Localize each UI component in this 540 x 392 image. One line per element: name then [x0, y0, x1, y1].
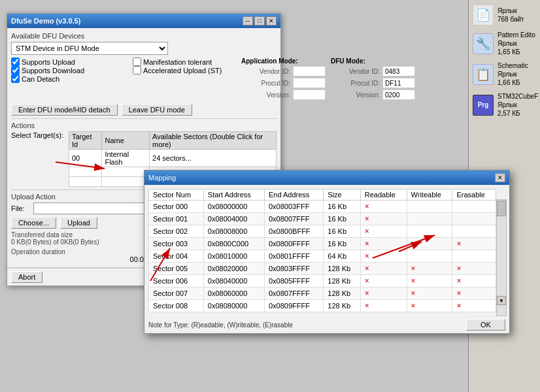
dfu-version-row: Version: 0200: [331, 90, 415, 100]
mapping-table: Sector Num Start Address End Address Siz…: [148, 189, 496, 312]
sidebar-icon-3: 📋: [473, 64, 494, 85]
minimize-button[interactable]: ─: [243, 16, 253, 25]
cell-sector-num: Sector 001: [149, 213, 204, 225]
cell-end-addr: 0x0807FFFF: [264, 287, 323, 300]
mapping-row: Sector 002 0x08008000 0x0800BFFF 16 Kb ×: [149, 225, 496, 238]
checkbox-accelerated[interactable]: Accelerated Upload (ST): [133, 66, 237, 74]
checkbox-accelerated-input[interactable]: [133, 66, 141, 74]
mapping-close-button[interactable]: ✕: [495, 173, 505, 182]
cell-erasable: [452, 250, 496, 263]
cell-erasable: ×: [452, 275, 496, 287]
cell-start-addr: 0x08010000: [203, 250, 264, 263]
cell-start-addr: 0x08000000: [203, 201, 264, 213]
cell-start-addr: 0x08080000: [203, 300, 264, 312]
maximize-button[interactable]: □: [254, 16, 265, 25]
checkbox-can-detach[interactable]: Can Detach: [11, 74, 129, 83]
col-end-addr: End Address: [264, 189, 323, 201]
mapping-row: Sector 008 0x08080000 0x0809FFFF 128 Kb …: [149, 300, 496, 312]
sidebar-icon-1: 📄: [473, 5, 494, 25]
cell-erasable: ×: [452, 300, 496, 312]
cell-start-addr: 0x08060000: [203, 287, 264, 300]
app-mode-info: Application Mode: Vendor ID: Procut ID: …: [241, 57, 326, 101]
col-readable: Readable: [360, 189, 407, 201]
cell-readable: ×: [360, 201, 407, 213]
cell-erasable: ×: [452, 287, 496, 300]
cell-size: 16 Kb: [324, 213, 360, 225]
col-size: Size: [324, 189, 360, 201]
cell-writeable: ×: [407, 238, 452, 250]
close-button[interactable]: ✕: [266, 16, 277, 25]
mapping-scrollbar[interactable]: ▼: [496, 199, 507, 316]
mapping-ok-button[interactable]: OK: [466, 319, 505, 331]
leave-dfu-button[interactable]: Leave DFU mode: [122, 104, 192, 116]
select-targets-label: Select Target(s):: [11, 131, 63, 139]
device-select-row: STM Device in DFU Mode: [11, 42, 277, 55]
dfu-vendor-val: 0483: [382, 66, 415, 76]
cell-start-addr: 0x08004000: [203, 213, 264, 225]
dfu-version-key: Version:: [331, 91, 380, 99]
cell-writeable: [407, 250, 452, 263]
cell-readable: ×: [360, 238, 407, 250]
cell-end-addr: 0x08007FFF: [264, 213, 323, 225]
sidebar-label-1: Ярлык768 байт: [498, 7, 524, 24]
scrollbar-thumb[interactable]: [497, 201, 506, 216]
checkbox-supports-upload[interactable]: Supports Upload: [11, 57, 129, 66]
dfu-vendor-row: Vendor ID: 0483: [331, 66, 415, 76]
cell-start-addr: 0x0800C000: [203, 238, 264, 250]
col-writeable: Writeable: [407, 189, 452, 201]
device-dropdown[interactable]: STM Device in DFU Mode: [11, 42, 168, 55]
col-sectors: Available Sectors (Double Click for more…: [150, 132, 277, 150]
checkbox-manifestation[interactable]: Manifestation tolerant: [133, 57, 237, 66]
cell-end-addr: 0x08003FFF: [264, 201, 323, 213]
scrollbar-down[interactable]: ▼: [497, 296, 506, 305]
cell-writeable: [407, 213, 452, 225]
mapping-row: Sector 005 0x08020000 0x0803FFFF 128 Kb …: [149, 263, 496, 275]
mapping-titlebar-buttons: ✕: [495, 173, 505, 182]
cell-readable: ×: [360, 225, 407, 238]
cell-size: 128 Kb: [324, 287, 360, 300]
cell-erasable: [452, 225, 496, 238]
checkbox-detach-input[interactable]: [11, 74, 20, 83]
table-row[interactable]: 00 Internal Flash 24 sectors...: [69, 150, 276, 167]
dfuse-titlebar-buttons: ─ □ ✕: [243, 16, 277, 25]
col-start-addr: Start Address: [203, 189, 264, 201]
mapping-row: Sector 007 0x08060000 0x0807FFFF 128 Kb …: [149, 287, 496, 300]
app-product-val: [293, 78, 326, 88]
cell-size: 16 Kb: [324, 201, 360, 213]
mode-buttons-row: Enter DFU mode/HID detach Leave DFU mode: [11, 104, 277, 116]
enter-dfu-button[interactable]: Enter DFU mode/HID detach: [11, 104, 118, 116]
divider-1: [11, 118, 277, 119]
dfu-vendor-key: Vendor ID:: [331, 68, 380, 75]
checkbox-upload-input[interactable]: [11, 57, 20, 66]
abort-button[interactable]: Abort: [11, 271, 42, 283]
cell-readable: ×: [360, 213, 407, 225]
cell-start-addr: 0x08008000: [203, 225, 264, 238]
row-name: Internal Flash: [102, 150, 150, 167]
file-label: File:: [11, 204, 31, 212]
mapping-row: Sector 003 0x0800C000 0x0800FFFF 16 Kb ×…: [149, 238, 496, 250]
cell-sector-num: Sector 007: [149, 287, 204, 300]
cell-start-addr: 0x08020000: [203, 263, 264, 275]
sidebar-item-3[interactable]: 📋 SchematicЯрлык1,66 КБ: [469, 59, 540, 89]
upload-button[interactable]: Upload: [60, 217, 97, 229]
cell-end-addr: 0x0800BFFF: [264, 225, 323, 238]
sidebar-item-1[interactable]: 📄 Ярлык768 байт: [469, 3, 540, 27]
checkbox-manifestation-input[interactable]: [133, 57, 141, 66]
available-dfu-label: Available DFU Devices: [11, 32, 277, 40]
sidebar-item-2[interactable]: 🔧 Pattern EditoЯрлык1,65 КБ: [469, 29, 540, 58]
col-erasable: Erasable: [452, 189, 496, 201]
checkbox-download-label: Supports Download: [22, 67, 84, 74]
cell-writeable: [407, 201, 452, 213]
checkbox-supports-download[interactable]: Supports Download: [11, 66, 129, 74]
cell-end-addr: 0x0803FFFF: [264, 263, 323, 275]
checkbox-download-input[interactable]: [11, 66, 20, 74]
mapping-titlebar: Mapping ✕: [144, 171, 509, 185]
cell-sector-num: Sector 005: [149, 263, 204, 275]
cell-erasable: ×: [452, 238, 496, 250]
mapping-row: Sector 004 0x08010000 0x0801FFFF 64 Kb ×: [149, 250, 496, 263]
mapping-row: Sector 006 0x08040000 0x0805FFFF 128 Kb …: [149, 275, 496, 287]
sidebar-item-4[interactable]: Prg STM32CubeFЯрлык2,57 КБ: [469, 90, 540, 120]
cell-size: 64 Kb: [324, 250, 360, 263]
choose-button[interactable]: Choose...: [11, 217, 56, 229]
cell-sector-num: Sector 008: [149, 300, 204, 312]
